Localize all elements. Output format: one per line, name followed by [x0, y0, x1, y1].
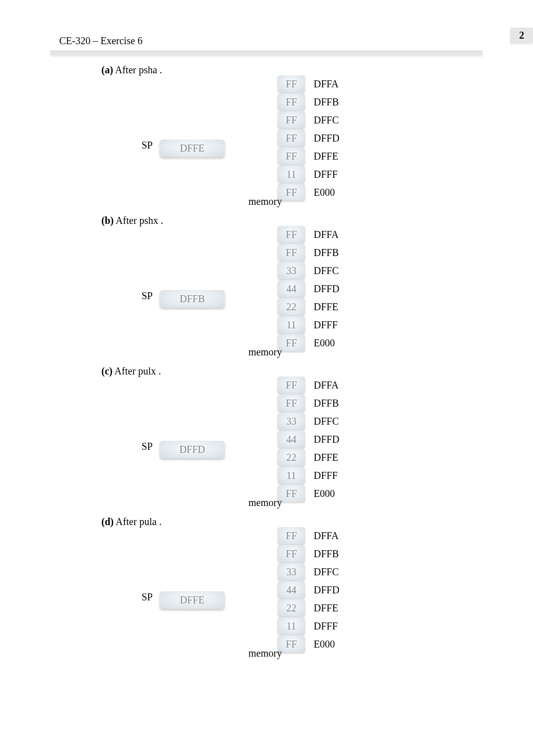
- memory-row: 11DFFF: [278, 467, 305, 485]
- memory-address: DFFF: [314, 470, 338, 481]
- memory-address: DFFD: [314, 133, 339, 144]
- memory-cell: 22: [278, 298, 305, 315]
- memory-address: DFFF: [314, 169, 338, 180]
- header-rule: [50, 51, 483, 55]
- memory-row: FFDFFA: [278, 527, 305, 545]
- memory-cell: 22: [278, 599, 305, 616]
- memory-address: DFFA: [314, 229, 339, 240]
- memory-cell: FF: [278, 226, 305, 243]
- sp-register: SPDFFB: [160, 290, 225, 308]
- page-header: CE-320 – Exercise 6: [0, 0, 533, 51]
- memory-address: DFFA: [314, 78, 339, 90]
- memory-row: FFDFFC: [278, 111, 305, 130]
- memory-cell: 44: [278, 280, 305, 297]
- memory-address: E000: [314, 337, 335, 349]
- memory-address: DFFE: [314, 151, 338, 162]
- memory-row: 33DFFC: [278, 563, 305, 581]
- sp-value: DFFD: [160, 441, 225, 458]
- memory-cell: FF: [278, 75, 305, 92]
- memory-row: 44DFFD: [278, 431, 305, 449]
- memory-cell: 11: [278, 617, 305, 635]
- memory-cell: 22: [278, 449, 305, 466]
- part-caption: After psha .: [115, 64, 162, 75]
- memory-row: 22DFFE: [278, 599, 305, 617]
- memory-address: DFFC: [314, 265, 339, 277]
- sp-value: DFFE: [160, 591, 225, 609]
- memory-address: DFFD: [314, 283, 339, 295]
- memory-address: E000: [314, 187, 335, 198]
- memory-row: FFDFFA: [278, 75, 305, 93]
- part-title: (c) After pulx .: [59, 365, 474, 377]
- part-title: (d) After pula .: [59, 516, 474, 528]
- memory-address: DFFC: [314, 566, 339, 578]
- memory-column: FFDFFAFFDFFB33DFFC44DFFD22DFFE11DFFFFFE0…: [278, 527, 305, 654]
- sp-label: SP: [142, 290, 153, 302]
- memory-row: 33DFFC: [278, 413, 305, 431]
- memory-row: 44DFFD: [278, 581, 305, 599]
- memory-address: DFFC: [314, 114, 339, 126]
- memory-address: DFFF: [314, 319, 338, 331]
- memory-address: E000: [314, 639, 335, 650]
- memory-row: 44DFFD: [278, 280, 305, 298]
- memory-cell: 33: [278, 413, 305, 430]
- memory-cell: FF: [278, 545, 305, 562]
- memory-cell: FF: [278, 395, 305, 412]
- memory-cell: 11: [278, 467, 305, 484]
- memory-row: FFDFFA: [278, 376, 305, 395]
- part-caption: After pulx .: [114, 365, 161, 376]
- sp-register: SPDFFE: [160, 140, 225, 157]
- memory-row: FFDFFE: [278, 148, 305, 166]
- part-caption: After pshx .: [115, 215, 163, 226]
- memory-row: FFDFFB: [278, 244, 305, 262]
- memory-cell: 33: [278, 262, 305, 279]
- memory-row: 11DFFF: [278, 617, 305, 636]
- memory-row: FFDFFA: [278, 226, 305, 244]
- memory-address: DFFD: [314, 584, 339, 596]
- memory-address: DFFF: [314, 620, 338, 632]
- memory-address: E000: [314, 488, 335, 499]
- memory-cell: FF: [278, 527, 305, 544]
- memory-address: DFFB: [314, 247, 339, 259]
- memory-cell: 11: [278, 166, 305, 183]
- memory-caption: memory: [248, 346, 282, 358]
- memory-column: FFDFFAFFDFFB33DFFC44DFFD22DFFE11DFFFFFE0…: [278, 226, 305, 352]
- memory-row: 22DFFE: [278, 449, 305, 467]
- sp-label: SP: [142, 441, 153, 452]
- sp-value: DFFB: [160, 290, 225, 308]
- memory-cell: FF: [278, 244, 305, 261]
- part-caption: After pula .: [115, 516, 162, 527]
- sp-value: DFFE: [160, 140, 225, 157]
- memory-cell: FF: [278, 376, 305, 394]
- memory-cell: 44: [278, 581, 305, 598]
- part-marker: (a): [101, 64, 113, 75]
- memory-cell: FF: [278, 93, 305, 110]
- sp-label: SP: [142, 591, 153, 603]
- memory-row: FFDFFB: [278, 545, 305, 563]
- memory-caption: memory: [248, 497, 282, 509]
- memory-address: DFFB: [314, 398, 339, 409]
- memory-row: FFDFFD: [278, 130, 305, 148]
- header-left: CE-320 – Exercise 6: [59, 35, 143, 46]
- memory-cell: FF: [278, 130, 305, 147]
- memory-caption: memory: [248, 196, 282, 207]
- page-content: (a) After psha .SPDFFEFFDFFAFFDFFBFFDFFC…: [0, 55, 533, 667]
- memory-address: DFFB: [314, 96, 339, 108]
- memory-caption: memory: [248, 648, 282, 659]
- memory-row: 22DFFE: [278, 298, 305, 316]
- memory-row: FFDFFB: [278, 93, 305, 111]
- memory-row: FFDFFB: [278, 395, 305, 413]
- memory-column: FFDFFAFFDFFBFFDFFCFFDFFDFFDFFE11DFFFFFE0…: [278, 75, 305, 202]
- page-number: 2: [510, 28, 533, 43]
- part-marker: (c): [101, 365, 112, 376]
- memory-row: 11DFFF: [278, 316, 305, 334]
- memory-column: FFDFFAFFDFFB33DFFC44DFFD22DFFE11DFFFFFE0…: [278, 376, 305, 503]
- memory-address: DFFA: [314, 380, 339, 391]
- memory-address: DFFE: [314, 301, 338, 313]
- memory-cell: 11: [278, 316, 305, 333]
- exercise-part: (d) After pula .SPDFFEFFDFFAFFDFFB33DFFC…: [59, 516, 474, 667]
- memory-cell: FF: [278, 148, 305, 165]
- memory-address: DFFE: [314, 602, 338, 614]
- part-title: (b) After pshx .: [59, 215, 474, 226]
- memory-address: DFFD: [314, 434, 339, 445]
- memory-cell: FF: [278, 111, 305, 129]
